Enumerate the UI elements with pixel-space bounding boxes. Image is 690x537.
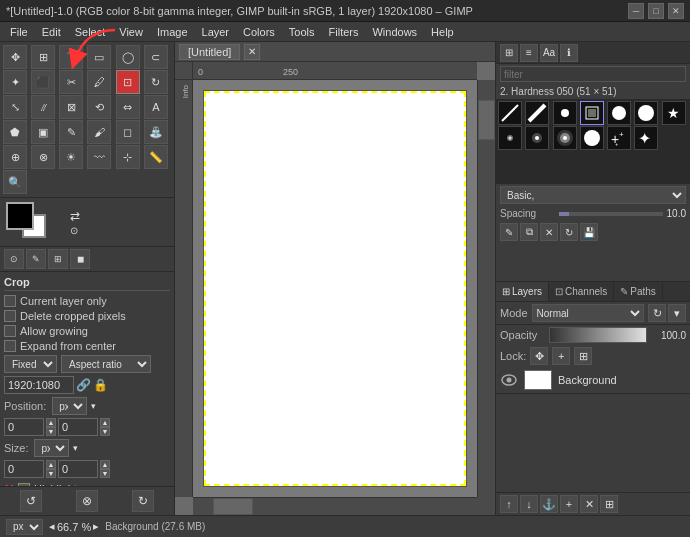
expand-from-center-checkbox[interactable] [4, 340, 16, 352]
layer-delete-btn[interactable]: ✕ [580, 495, 598, 513]
brush-item-8[interactable] [498, 126, 522, 150]
layer-background-item[interactable]: Background [496, 367, 690, 394]
brush-tag-btn[interactable]: Aa [540, 44, 558, 62]
tab-channels[interactable]: ⊡ Channels [549, 282, 614, 301]
layer-move-down-btn[interactable]: ↓ [520, 495, 538, 513]
brush-info-btn[interactable]: ℹ [560, 44, 578, 62]
menu-edit[interactable]: Edit [36, 24, 67, 40]
tool-delete-icon[interactable]: ⊗ [76, 490, 98, 512]
transform-button[interactable]: ⟲ [87, 95, 111, 119]
size-x-up[interactable]: ▲ [46, 460, 56, 469]
brush-item-9[interactable] [525, 126, 549, 150]
delete-cropped-checkbox[interactable] [4, 310, 16, 322]
gradient-button[interactable]: ▣ [31, 120, 55, 144]
align-tool-button[interactable]: ⊞ [31, 45, 55, 69]
swap-colors-icon[interactable]: ⇄ [70, 209, 80, 223]
menu-windows[interactable]: Windows [366, 24, 423, 40]
menu-file[interactable]: File [4, 24, 34, 40]
mini-tool-2[interactable]: ✎ [26, 249, 46, 269]
clone-button[interactable]: ⊕ [3, 145, 27, 169]
brush-grid[interactable]: ★ [496, 99, 690, 184]
brush-item-6[interactable] [634, 101, 658, 125]
brush-grid-view-btn[interactable]: ⊞ [500, 44, 518, 62]
menu-tools[interactable]: Tools [283, 24, 321, 40]
foreground-color-swatch[interactable] [6, 202, 34, 230]
scrollbar-horizontal[interactable] [193, 497, 477, 515]
brush-item-11[interactable] [580, 126, 604, 150]
current-layer-only-checkbox[interactable] [4, 295, 16, 307]
dodge-burn-button[interactable]: ☀ [59, 145, 83, 169]
mini-tool-4[interactable]: ◼ [70, 249, 90, 269]
brush-edit-icon[interactable]: ✎ [500, 223, 518, 241]
size-y-input[interactable] [58, 460, 98, 478]
brush-list-view-btn[interactable]: ≡ [520, 44, 538, 62]
menu-layer[interactable]: Layer [196, 24, 236, 40]
perspective-button[interactable]: ⊠ [59, 95, 83, 119]
brush-item-7[interactable]: ★ [662, 101, 686, 125]
zoom-chevron-left-icon[interactable]: ◂ [49, 520, 55, 533]
size-x-down[interactable]: ▼ [46, 469, 56, 478]
layer-visibility-icon[interactable] [500, 371, 518, 389]
size-value-input[interactable] [4, 376, 74, 394]
menu-image[interactable]: Image [151, 24, 194, 40]
menu-filters[interactable]: Filters [323, 24, 365, 40]
layer-anchor-btn[interactable]: ⚓ [540, 495, 558, 513]
position-unit-select[interactable]: px [52, 397, 87, 415]
unit-select[interactable]: px [6, 519, 43, 535]
layer-extra-btn[interactable]: ⊞ [600, 495, 618, 513]
brush-preset-select[interactable]: Basic, [500, 186, 686, 204]
tab-paths[interactable]: ✎ Paths [614, 282, 663, 301]
size-lock-icon[interactable]: 🔒 [93, 378, 108, 392]
lock-alpha-btn[interactable]: ⊞ [574, 347, 592, 365]
canvas-tab[interactable]: [Untitled] [179, 44, 240, 60]
size-x-input[interactable] [4, 460, 44, 478]
pencil-button[interactable]: ✎ [59, 120, 83, 144]
canvas-close-button[interactable]: ✕ [244, 44, 260, 60]
zoom-button[interactable]: 🔍 [3, 170, 27, 194]
flip-tool-button[interactable]: ⇔ [116, 95, 140, 119]
size-chain-icon[interactable]: 🔗 [76, 378, 91, 392]
menu-colors[interactable]: Colors [237, 24, 281, 40]
select-by-color-button[interactable]: ⬛ [31, 70, 55, 94]
brush-item-2[interactable] [525, 101, 549, 125]
rotate-tool-button[interactable]: ↻ [144, 70, 168, 94]
brush-item-4-selected[interactable] [580, 101, 604, 125]
reset-colors-icon[interactable]: ⊙ [70, 225, 80, 236]
brush-filter-input[interactable] [500, 66, 686, 82]
brush-refresh-icon[interactable]: ↻ [560, 223, 578, 241]
allow-growing-checkbox[interactable] [4, 325, 16, 337]
mode-cycle-btn[interactable]: ↻ [648, 304, 666, 322]
lock-pixels-btn[interactable]: ✥ [530, 347, 548, 365]
smudge-button[interactable]: 〰 [87, 145, 111, 169]
size-y-down[interactable]: ▼ [100, 469, 110, 478]
heal-button[interactable]: ⊗ [31, 145, 55, 169]
brush-item-13[interactable]: ✦ [634, 126, 658, 150]
paintbrush-button[interactable]: 🖌 [87, 120, 111, 144]
mini-tool-1[interactable]: ⊙ [4, 249, 24, 269]
mini-tool-3[interactable]: ⊞ [48, 249, 68, 269]
position-x-down[interactable]: ▼ [46, 427, 56, 436]
fuzzy-select-button[interactable]: ✦ [3, 70, 27, 94]
scrollbar-h-thumb[interactable] [213, 498, 253, 515]
tool-refresh-icon[interactable]: ↻ [132, 490, 154, 512]
tool-reset-icon[interactable]: ↺ [20, 490, 42, 512]
brush-item-10[interactable] [553, 126, 577, 150]
scale-tool-button[interactable]: ⤡ [3, 95, 27, 119]
brush-duplicate-icon[interactable]: ⧉ [520, 223, 538, 241]
mode-chevron-btn[interactable]: ▾ [668, 304, 686, 322]
position-y-up[interactable]: ▲ [100, 418, 110, 427]
color-picker-button[interactable]: ⊹ [116, 145, 140, 169]
position-x-up[interactable]: ▲ [46, 418, 56, 427]
aspect-ratio-select[interactable]: Aspect ratio [61, 355, 151, 373]
spacing-bar[interactable] [559, 212, 663, 216]
tab-layers[interactable]: ⊞ Layers [496, 282, 549, 301]
scrollbar-v-thumb[interactable] [478, 100, 495, 140]
menu-help[interactable]: Help [425, 24, 460, 40]
eraser-button[interactable]: ◻ [116, 120, 140, 144]
measure-button[interactable]: 📏 [144, 145, 168, 169]
shear-tool-button[interactable]: ⫽ [31, 95, 55, 119]
maximize-button[interactable]: □ [648, 3, 664, 19]
lasso-button[interactable]: ⊂ [144, 45, 168, 69]
airbrush-button[interactable]: ⛲ [144, 120, 168, 144]
brush-delete-icon[interactable]: ✕ [540, 223, 558, 241]
